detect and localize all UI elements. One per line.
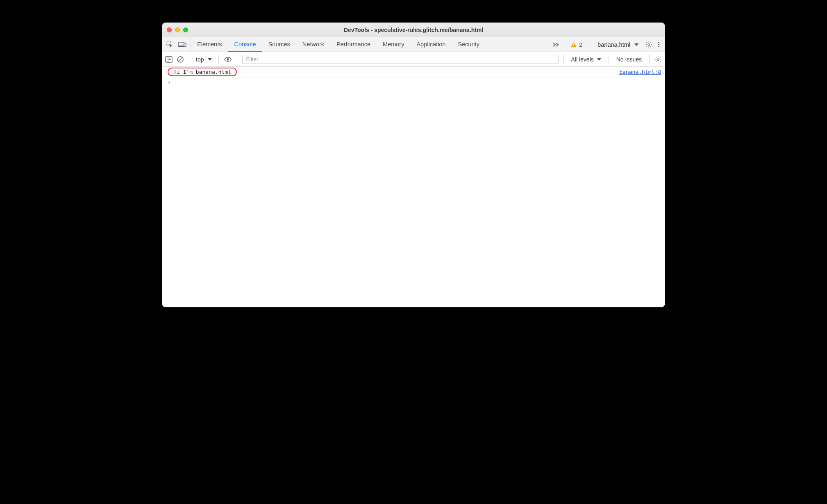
window-title: DevTools - speculative-rules.glitch.me/b… <box>162 27 665 33</box>
chevron-down-icon <box>597 58 601 61</box>
console-toolbar: top All levels No Issues <box>162 52 665 67</box>
tab-network[interactable]: Network <box>296 37 330 52</box>
main-tab-strip: Elements Console Sources Network Perform… <box>162 37 665 52</box>
svg-marker-7 <box>169 58 171 61</box>
tab-label: Application <box>416 41 445 48</box>
context-label: top <box>196 56 204 63</box>
close-window-button[interactable] <box>167 27 172 32</box>
svg-point-10 <box>227 58 229 60</box>
tab-label: Console <box>234 41 256 48</box>
divider <box>237 54 237 64</box>
divider <box>218 54 219 64</box>
more-options-icon[interactable] <box>657 42 661 47</box>
divider <box>563 54 564 64</box>
warning-count: 2 <box>579 41 582 48</box>
panel-tabs: Elements Console Sources Network Perform… <box>191 37 486 52</box>
zoom-window-button[interactable] <box>183 27 188 32</box>
toggle-sidebar-icon[interactable] <box>165 56 173 63</box>
issues-label: No Issues <box>616 56 642 63</box>
live-expression-icon[interactable] <box>224 55 232 64</box>
filter-input[interactable] <box>242 55 558 64</box>
divider <box>590 40 590 49</box>
log-message: Hi I'm banana.html <box>173 69 231 75</box>
svg-line-9 <box>178 57 182 61</box>
tab-label: Security <box>458 41 479 48</box>
tab-memory[interactable]: Memory <box>377 37 410 52</box>
window-controls <box>167 27 188 32</box>
log-source-link[interactable]: banana.html:8 <box>619 69 661 75</box>
svg-point-11 <box>657 58 659 60</box>
tab-security[interactable]: Security <box>452 37 485 52</box>
console-output[interactable]: Hi I'm banana.html banana.html:8 › <box>162 67 665 307</box>
issues-chip[interactable]: No Issues <box>614 56 644 63</box>
tab-label: Network <box>302 41 324 48</box>
target-selector[interactable]: banana.html <box>595 41 641 48</box>
divider <box>565 40 565 49</box>
chevron-down-icon <box>208 58 212 61</box>
divider <box>649 54 650 64</box>
context-selector[interactable]: top <box>194 56 214 63</box>
settings-icon[interactable] <box>645 41 652 48</box>
divider <box>189 54 189 64</box>
log-levels-selector[interactable]: All levels <box>569 56 604 63</box>
tab-elements[interactable]: Elements <box>191 37 228 52</box>
tab-label: Memory <box>383 41 404 48</box>
console-log-row[interactable]: Hi I'm banana.html banana.html:8 <box>162 67 665 77</box>
tab-console[interactable]: Console <box>228 37 262 52</box>
svg-rect-1 <box>179 42 184 46</box>
console-settings-icon[interactable] <box>654 56 662 63</box>
log-levels-label: All levels <box>571 56 594 63</box>
prompt-caret-icon: › <box>168 79 171 85</box>
warnings-chip[interactable]: 2 <box>570 41 585 48</box>
annotation-highlight: Hi I'm banana.html <box>168 68 237 76</box>
console-prompt-row[interactable]: › <box>162 77 665 87</box>
svg-rect-3 <box>184 43 186 47</box>
more-tabs-icon[interactable] <box>552 42 560 48</box>
titlebar: DevTools - speculative-rules.glitch.me/b… <box>162 23 665 37</box>
tab-label: Performance <box>336 41 370 48</box>
tab-sources[interactable]: Sources <box>262 37 296 52</box>
tab-application[interactable]: Application <box>410 37 452 52</box>
clear-console-icon[interactable] <box>177 56 184 63</box>
divider <box>609 54 609 64</box>
tab-label: Elements <box>197 41 222 48</box>
target-selector-label: banana.html <box>598 41 630 48</box>
device-toolbar-icon[interactable] <box>178 41 186 48</box>
chevron-down-icon <box>634 43 638 46</box>
devtools-window: DevTools - speculative-rules.glitch.me/b… <box>162 23 665 307</box>
minimize-window-button[interactable] <box>175 27 180 32</box>
inspect-element-icon[interactable] <box>166 41 173 48</box>
tab-label: Sources <box>268 41 290 48</box>
svg-point-4 <box>648 43 650 45</box>
tab-performance[interactable]: Performance <box>330 37 377 52</box>
warning-icon <box>571 42 577 47</box>
